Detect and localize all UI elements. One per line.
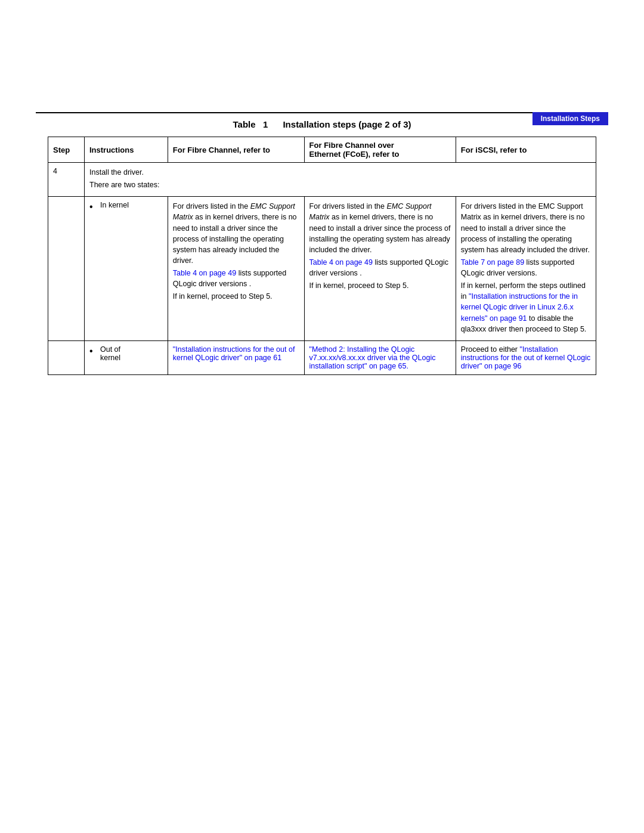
- table-header-row: Step Instructions For Fibre Channel, ref…: [48, 137, 596, 163]
- col-fcoe: For Fibre Channel overEthernet (FCoE), r…: [304, 137, 456, 163]
- out-kernel-label-cell: • Out ofkernel: [85, 340, 168, 374]
- table-title: Table 1 Installation steps (page 2 of 3): [48, 119, 596, 129]
- col-instructions: Instructions: [85, 137, 168, 163]
- in-kernel-step-empty: [48, 197, 85, 341]
- fc-table4-link[interactable]: Table 4 on page 49: [173, 269, 236, 277]
- out-kernel-label: Out ofkernel: [100, 345, 120, 362]
- fc-in-kernel-para1: For drivers listed in the EMC Support Ma…: [173, 201, 299, 266]
- col-fc: For Fibre Channel, refer to: [168, 137, 304, 163]
- main-table: Step Instructions For Fibre Channel, ref…: [48, 137, 596, 375]
- table-row-out-kernel: • Out ofkernel "Installation instruction…: [48, 340, 596, 374]
- install-desc-cell: Install the driver. There are two states…: [85, 163, 596, 197]
- in-kernel-label-cell: • In kernel: [85, 197, 168, 341]
- table-row-in-kernel: • In kernel For drivers listed in the EM…: [48, 197, 596, 341]
- fcoe-out-kernel-cell: "Method 2: Installing the QLogic v7.xx.x…: [304, 340, 456, 374]
- fc-out-kernel-link[interactable]: "Installation instructions for the out o…: [173, 345, 295, 362]
- in-kernel-bullet: • In kernel: [89, 201, 163, 212]
- fc-in-kernel-para2: Table 4 on page 49 lists supported QLogi…: [173, 268, 299, 289]
- header-section-label: Installation Steps: [541, 114, 600, 123]
- out-kernel-step-empty: [48, 340, 85, 374]
- fcoe-in-kernel-para1: For drivers listed in the EMC Support Ma…: [309, 201, 451, 255]
- fc-in-kernel-para3: If in kernel, proceed to Step 5.: [173, 291, 299, 302]
- iscsi-in-kernel-para2: Table 7 on page 89 lists supported QLogi…: [461, 257, 591, 278]
- iscsi-in-kernel-cell: For drivers listed in the EMC Support Ma…: [456, 197, 596, 341]
- iscsi-in-kernel-para3: If in kernel, perform the steps outlined…: [461, 280, 591, 335]
- step-cell: 4: [48, 163, 85, 197]
- table-number: 1: [263, 119, 268, 129]
- install-text1: Install the driver.: [89, 167, 591, 178]
- header-bar: Installation Steps: [532, 112, 608, 125]
- iscsi-out-kernel-cell: Proceed to either "Installation instruct…: [456, 340, 596, 374]
- install-text2: There are two states:: [89, 179, 591, 190]
- table-title-text: Installation steps (page 2 of 3): [283, 119, 411, 129]
- fc-in-kernel-cell: For drivers listed in the EMC Support Ma…: [168, 197, 304, 341]
- top-border-line: [36, 112, 608, 113]
- out-kernel-bullet: • Out ofkernel: [89, 345, 163, 362]
- fcoe-in-kernel-cell: For drivers listed in the EMC Support Ma…: [304, 197, 456, 341]
- fc-out-kernel-cell: "Installation instructions for the out o…: [168, 340, 304, 374]
- iscsi-in-kernel-para1: For drivers listed in the EMC Support Ma…: [461, 201, 591, 255]
- col-iscsi: For iSCSI, refer to: [456, 137, 596, 163]
- fcoe-in-kernel-para3: If in kernel, proceed to Step 5.: [309, 280, 451, 291]
- iscsi-table7-link[interactable]: Table 7 on page 89: [461, 258, 524, 267]
- bullet-dot-out-kernel: •: [89, 345, 97, 357]
- in-kernel-label: In kernel: [100, 201, 129, 209]
- table-row-install-header: 4 Install the driver. There are two stat…: [48, 163, 596, 197]
- fcoe-in-kernel-para2: Table 4 on page 49 lists supported QLogi…: [309, 257, 451, 278]
- col-step: Step: [48, 137, 85, 163]
- bullet-dot-in-kernel: •: [89, 201, 97, 212]
- fcoe-table4-link[interactable]: Table 4 on page 49: [309, 258, 373, 267]
- fcoe-out-kernel-link[interactable]: "Method 2: Installing the QLogic v7.xx.x…: [309, 345, 436, 370]
- table-word: Table: [233, 119, 256, 129]
- content-area: Table 1 Installation steps (page 2 of 3)…: [0, 48, 644, 423]
- page-container: Installation Steps Table 1 Installation …: [0, 48, 644, 833]
